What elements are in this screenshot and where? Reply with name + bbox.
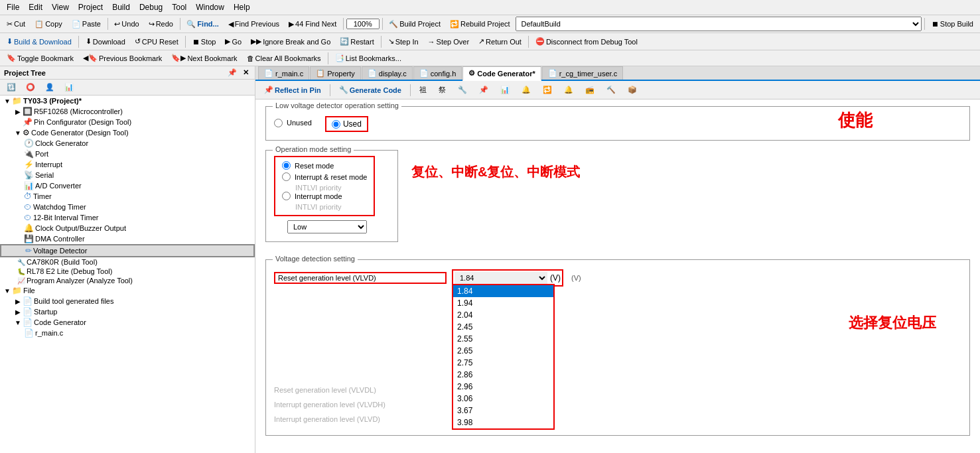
tree-close-button[interactable]: ✕ <box>241 68 251 77</box>
list-bookmarks-button[interactable]: 📑 List Bookmarks... <box>331 52 405 64</box>
redo-button[interactable]: ↪ Redo <box>145 18 177 31</box>
expander-bf[interactable]: ▶ <box>13 298 23 305</box>
build-project-button[interactable]: 🔨 Build Project <box>385 18 445 31</box>
step-over-button[interactable]: → Step Over <box>424 36 474 48</box>
menu-debug[interactable]: Debug <box>135 1 167 13</box>
expander-mcu[interactable]: ▶ <box>13 108 23 115</box>
cg-tool-btn5[interactable]: 📊 <box>496 84 514 96</box>
voltage-listbox[interactable]: 1.84 1.94 2.04 2.45 2.55 2.65 2.75 2.86 … <box>452 284 555 430</box>
tree-node-interval[interactable]: ⏲ 12-Bit Interval Timer <box>0 212 255 223</box>
voltage-item-2.04[interactable]: 2.04 <box>453 309 553 321</box>
cpu-reset-button[interactable]: ↺ CPU Reset <box>131 35 182 48</box>
prev-bookmark-button[interactable]: ◀🔖 Previous Bookmark <box>79 52 166 64</box>
expander-file[interactable]: ▼ <box>3 287 12 294</box>
tree-node-file[interactable]: ▼ 📁 File <box>0 285 255 296</box>
stop-build-button[interactable]: ⏹ Stop Build <box>928 18 977 30</box>
cg-tool-btn11[interactable]: 📦 <box>623 84 642 96</box>
voltage-item-3.98[interactable]: 3.98 <box>453 417 553 428</box>
menu-view[interactable]: View <box>48 1 73 13</box>
toggle-bookmark-button[interactable]: 🔖 Toggle Bookmark <box>3 52 78 64</box>
expander-startup[interactable]: ▶ <box>13 308 23 316</box>
voltage-item-1.84[interactable]: 1.84 <box>453 285 553 297</box>
reflect-in-pin-button[interactable]: 📌 Reflect in Pin <box>259 84 326 96</box>
tree-node-r-main[interactable]: 📄 r_main.c <box>0 328 255 338</box>
menu-file[interactable]: File <box>3 1 23 13</box>
cg-tool-btn2[interactable]: 祭 <box>434 83 451 97</box>
tree-node-clock[interactable]: 🕐 Clock Generator <box>0 138 255 149</box>
tree-node-interrupt[interactable]: ⚡ Interrupt <box>0 159 255 170</box>
build-config-select[interactable]: DefaultBuild <box>516 17 922 31</box>
tree-body[interactable]: ▼ 📁 TY03-3 (Project)* ▶ 🔲 R5F10268 (Micr… <box>0 96 255 453</box>
unused-radio[interactable] <box>274 119 283 127</box>
restart-button[interactable]: 🔄 Restart <box>336 35 378 48</box>
zoom-input[interactable] <box>346 19 380 29</box>
undo-button[interactable]: ↩ Undo <box>110 18 143 31</box>
next-bookmark-button[interactable]: 🔖▶ Next Bookmark <box>167 52 241 64</box>
tab-codegen[interactable]: ⚙ Code Generator* <box>462 66 541 81</box>
cg-tool-btn4[interactable]: 📌 <box>474 84 493 96</box>
interrupt-mode-radio[interactable] <box>282 192 291 200</box>
menu-edit[interactable]: Edit <box>25 1 46 13</box>
voltage-select-top[interactable]: 1.84 <box>455 272 547 284</box>
go-button[interactable]: ▶ Go <box>221 35 245 48</box>
voltage-item-1.94[interactable]: 1.94 <box>453 297 553 309</box>
low-priority-select[interactable]: Low <box>287 220 367 233</box>
find-button[interactable]: 🔍 Find... <box>182 18 222 31</box>
stop-button[interactable]: ⏹ Stop <box>188 36 220 48</box>
tree-toolbar-btn2[interactable]: ⭕ <box>22 81 39 94</box>
return-out-button[interactable]: ↗ Return Out <box>474 35 525 48</box>
tree-node-codegen[interactable]: ▼ ⚙ Code Generator (Design Tool) <box>0 127 255 138</box>
used-radio[interactable] <box>332 120 340 129</box>
tree-node-startup[interactable]: ▶ 📄 Startup <box>0 306 255 317</box>
menu-project[interactable]: Project <box>74 1 107 13</box>
tree-node-watchdog[interactable]: ⏲ Watchdog Timer <box>0 202 255 212</box>
tab-r-main[interactable]: 📄 r_main.c <box>258 66 309 80</box>
tree-node-rl78[interactable]: 🐛 RL78 E2 Lite (Debug Tool) <box>0 267 255 276</box>
tree-node-dma[interactable]: 💾 DMA Controller <box>0 233 255 244</box>
cg-tool-btn8[interactable]: 🔔 <box>559 84 578 96</box>
expander-cg2[interactable]: ▼ <box>13 319 23 326</box>
tree-node-clock-out[interactable]: 🔔 Clock Output/Buzzer Output <box>0 223 255 233</box>
disconnect-button[interactable]: ⛔ Disconnect from Debug Tool <box>531 35 642 48</box>
tree-node-serial[interactable]: 📡 Serial <box>0 170 255 180</box>
tree-node-codegen2[interactable]: ▼ 📄 Code Generator <box>0 317 255 328</box>
tab-display[interactable]: 📄 display.c <box>362 66 413 80</box>
tree-node-root[interactable]: ▼ 📁 TY03-3 (Project)* <box>0 96 255 106</box>
tree-node-mcu[interactable]: ▶ 🔲 R5F10268 (Microcontroller) <box>0 106 255 117</box>
tree-node-port[interactable]: 🔌 Port <box>0 149 255 159</box>
tree-toolbar-btn3[interactable]: 👤 <box>41 81 58 94</box>
tree-pin-button[interactable]: 📌 <box>226 68 239 77</box>
cg-tool-btn9[interactable]: 📻 <box>581 84 599 96</box>
voltage-item-2.45[interactable]: 2.45 <box>453 321 553 333</box>
menu-window[interactable]: Window <box>192 1 228 13</box>
step-in-button[interactable]: ↘ Step In <box>384 35 423 48</box>
menu-help[interactable]: Help <box>230 1 254 13</box>
reset-mode-radio[interactable] <box>282 161 291 170</box>
voltage-item-3.06[interactable]: 3.06 <box>453 393 553 405</box>
menu-tool[interactable]: Tool <box>168 1 190 13</box>
paste-button[interactable]: 📄 Paste <box>68 18 105 31</box>
menu-build[interactable]: Build <box>108 1 134 13</box>
find-prev-button[interactable]: ◀ Find Previous <box>224 18 283 31</box>
tab-config[interactable]: 📄 config.h <box>413 66 462 80</box>
tree-node-build-files[interactable]: ▶ 📄 Build tool generated files <box>0 296 255 306</box>
tree-node-pin[interactable]: 📌 Pin Configurator (Design Tool) <box>0 117 255 127</box>
copy-button[interactable]: 📋 Copy <box>31 18 66 31</box>
interrupt-reset-radio[interactable] <box>282 172 291 181</box>
tree-node-voltage[interactable]: ✏ Voltage Detector <box>0 244 255 257</box>
tree-toolbar-btn4[interactable]: 📊 <box>60 81 78 94</box>
voltage-item-2.65[interactable]: 2.65 <box>453 345 553 357</box>
generate-code-button[interactable]: 🔧 Generate Code <box>334 84 406 96</box>
voltage-item-2.75[interactable]: 2.75 <box>453 357 553 369</box>
tree-node-adc[interactable]: 📊 A/D Converter <box>0 180 255 191</box>
tree-toolbar-btn1[interactable]: 🔃 <box>3 81 20 94</box>
cg-tool-btn7[interactable]: 🔁 <box>538 84 557 96</box>
tree-node-timer[interactable]: ⏱ Timer <box>0 191 255 202</box>
cg-tool-btn1[interactable]: 祖 <box>415 83 431 97</box>
cg-tool-btn6[interactable]: 🔔 <box>517 84 535 96</box>
tab-property[interactable]: 📋 Property <box>310 66 361 80</box>
rebuild-project-button[interactable]: 🔁 Rebuild Project <box>446 18 514 31</box>
ignore-break-button[interactable]: ▶▶ Ignore Break and Go <box>247 35 334 48</box>
cg-tool-btn10[interactable]: 🔨 <box>602 84 620 96</box>
cg-tool-btn3[interactable]: 🔧 <box>453 84 472 96</box>
